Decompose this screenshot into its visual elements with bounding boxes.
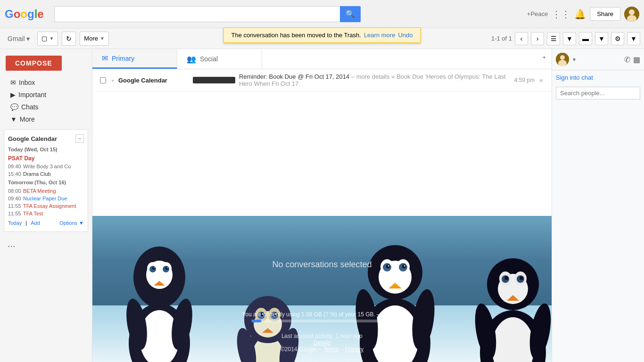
svg-point-71 (560, 55, 565, 60)
footer-info: Last account activity: 1 hour ago Detail… (281, 333, 363, 353)
search-input[interactable] (54, 6, 340, 22)
email-tabs: ✉ Primary 👥 Social + (92, 49, 552, 69)
svg-point-12 (152, 267, 155, 270)
add-tab-button[interactable]: + (537, 49, 552, 69)
refresh-button[interactable]: ↻ (62, 32, 76, 46)
calendar-footer: Today | Add Options ▼ (4, 217, 88, 229)
svg-point-48 (388, 265, 389, 267)
chat-arrow-icon[interactable]: ▼ (572, 57, 577, 62)
select-button[interactable]: ▢ ▼ (37, 32, 58, 46)
calendar-add-link[interactable]: Add (31, 220, 40, 226)
today-header: Today (Wed, Oct 15) (4, 145, 88, 154)
storage-bar (251, 320, 393, 322)
view-arrow-button[interactable]: ▼ (563, 32, 576, 45)
storage-text: You are currently using 1.08 GB (7 %) of… (242, 311, 402, 318)
inbox-tab-icon: ✉ (102, 54, 108, 63)
video-icon[interactable]: ▩ (633, 55, 640, 64)
main-area: COMPOSE ✉ Inbox ▶ Important 💬 Chats ▼ Mo… (0, 49, 644, 362)
storage-info: You are currently using 1.08 GB (7 %) of… (242, 311, 402, 324)
privacy-link[interactable]: Privacy (345, 346, 363, 353)
sign-into-chat-link[interactable]: Sign into chat (552, 70, 644, 85)
svg-point-14 (154, 267, 155, 268)
sidebar-item-important[interactable]: ▶ Important (0, 89, 88, 101)
grid-icon[interactable]: ⋮⋮ (552, 8, 570, 20)
google-logo: Google (5, 8, 47, 21)
learn-more-link[interactable]: Learn more (364, 32, 395, 39)
cal-event-nuclear[interactable]: 09:40 Nuclear Paper Due (4, 195, 88, 202)
density-arrow-button[interactable]: ▼ (595, 32, 608, 45)
notification-bar: The conversation has been moved to the T… (223, 27, 421, 43)
sidebar-more-dots[interactable]: ... (0, 236, 92, 252)
page-info: 1-1 of 1 (491, 35, 512, 42)
svg-point-64 (520, 276, 523, 280)
cal-event-drama-club[interactable]: 15:40 Drama Club (4, 170, 88, 178)
chat-avatar (556, 53, 569, 66)
email-list: ► Google Calendar Reminder: Book Due @ F… (92, 69, 552, 216)
cal-event-beta[interactable]: 08:00 BETA Meeting (4, 187, 88, 195)
email-reply-icon: ► (111, 78, 116, 83)
sidebar-item-more[interactable]: ▼ More (0, 113, 88, 125)
email-checkbox[interactable] (100, 77, 106, 83)
list-view-button[interactable]: ☰ (547, 32, 560, 45)
cal-event-write-body[interactable]: 09:40 Write Body 3 and Co (4, 163, 88, 170)
inbox-icon: ✉ (10, 79, 16, 86)
avatar[interactable] (624, 7, 639, 22)
search-people-input[interactable] (556, 87, 640, 99)
sidebar: COMPOSE ✉ Inbox ▶ Important 💬 Chats ▼ Mo… (0, 49, 92, 362)
sidebar-item-inbox[interactable]: ✉ Inbox (0, 76, 88, 89)
manage-storage-link[interactable]: Manage (381, 311, 402, 318)
calendar-title: Google Calendar (8, 135, 57, 142)
psat-day-event[interactable]: PSAT Day (4, 154, 88, 163)
tab-social[interactable]: 👥 Social (177, 49, 262, 69)
chat-header: ▼ ✆ ▩ (552, 49, 644, 70)
svg-point-63 (504, 276, 508, 280)
compose-button[interactable]: COMPOSE (6, 56, 62, 71)
peace-link[interactable]: +Peace (527, 10, 548, 17)
email-subject: Reminder: Book Due @ Fri Oct 17, 2014 – … (239, 73, 506, 87)
terms-link[interactable]: Terms (323, 346, 339, 353)
search-icon: 🔍 (346, 9, 355, 18)
undo-link[interactable]: Undo (398, 32, 413, 39)
tab-primary[interactable]: ✉ Primary (92, 49, 177, 69)
no-conversations-text: No conversations selected (272, 260, 372, 270)
more-expand-icon: ▼ (10, 115, 17, 123)
email-row[interactable]: ► Google Calendar Reminder: Book Due @ F… (92, 69, 552, 91)
calendar-today-link[interactable]: Today (8, 220, 22, 226)
email-star-icon[interactable]: ★ (538, 77, 544, 84)
email-redacted-block (193, 77, 235, 83)
email-sender: Google Calendar (118, 77, 189, 84)
cal-event-tfa-test[interactable]: 11:55 TFA Test (4, 210, 88, 217)
cal-event-tfa-essay[interactable]: 11:55 TFA Essay Assignment (4, 202, 88, 210)
people-tab-icon: 👥 (187, 55, 196, 64)
tomorrow-header: Tomorrow (Thu, Oct 16) (4, 178, 88, 187)
phone-icon[interactable]: ✆ (624, 55, 630, 64)
more-button[interactable]: More ▼ (80, 32, 109, 46)
top-right-controls: +Peace ⋮⋮ 🔔 Share (527, 7, 639, 22)
checkbox-icon: ▢ (41, 35, 47, 42)
select-arrow-icon: ▼ (49, 36, 54, 41)
calendar-widget: Google Calendar − Today (Wed, Oct 15) PS… (4, 129, 88, 232)
details-link[interactable]: Details (314, 339, 331, 346)
notifications-icon[interactable]: 🔔 (574, 8, 586, 20)
important-icon: ▶ (10, 91, 16, 99)
settings-button[interactable]: ⚙ (611, 32, 624, 45)
prev-page-button[interactable]: ‹ (515, 32, 528, 45)
svg-point-13 (165, 267, 168, 270)
settings-arrow-button[interactable]: ▼ (627, 32, 640, 45)
right-toolbar: 1-1 of 1 ‹ › ☰ ▼ ▬ ▼ ⚙ ▼ (491, 32, 640, 45)
chats-icon: 💬 (10, 103, 18, 111)
calendar-minimize-button[interactable]: − (75, 134, 84, 143)
calendar-options-link[interactable]: Options ▼ (59, 220, 84, 226)
next-page-button[interactable]: › (531, 32, 544, 45)
email-view: No conversations selected You are curren… (92, 216, 552, 362)
top-bar: Google 🔍 +Peace ⋮⋮ 🔔 Share (0, 0, 644, 28)
video-icons: ✆ ▩ (624, 55, 640, 64)
share-button[interactable]: Share (590, 7, 620, 21)
sidebar-item-chats[interactable]: 💬 Chats (0, 101, 88, 113)
search-button[interactable]: 🔍 (340, 6, 361, 22)
gmail-label[interactable]: Gmail ▾ (4, 35, 33, 42)
right-panel: ▼ ✆ ▩ Sign into chat (552, 49, 644, 362)
density-button[interactable]: ▬ (579, 32, 592, 45)
search-bar: 🔍 (54, 6, 361, 22)
notification-message: The conversation has been moved to the T… (231, 32, 361, 39)
